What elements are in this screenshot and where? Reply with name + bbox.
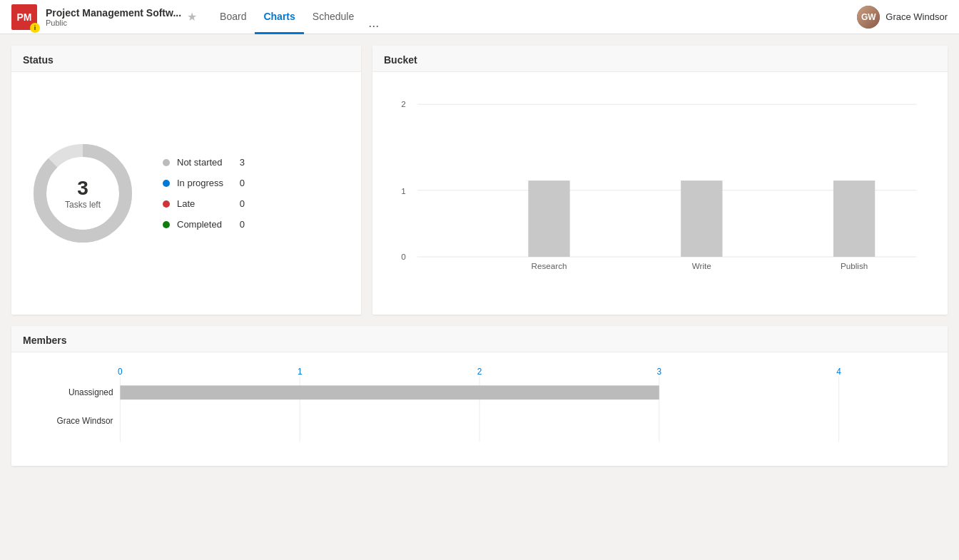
bucket-svg: 2 1 0 Research Write Publ [390,83,930,283]
in-progress-label: In progress [177,178,223,188]
status-content: 3 Tasks left Not started 3 In progress 0 [11,72,361,315]
svg-text:2: 2 [477,367,482,377]
svg-text:3: 3 [657,367,662,377]
svg-text:0: 0 [401,252,406,261]
svg-text:0: 0 [118,367,123,377]
svg-text:Publish: Publish [841,262,868,271]
svg-text:2: 2 [401,99,405,108]
more-menu-icon[interactable]: ··· [362,19,385,34]
tasks-left-label: Tasks left [65,200,101,210]
not-started-label: Not started [177,157,223,168]
avatar-image: GW [857,6,880,29]
legend-item-late: Late 0 [163,198,245,209]
username: Grace Windsor [886,11,948,22]
late-label: Late [177,198,223,209]
status-legend: Not started 3 In progress 0 Late 0 [163,157,245,230]
star-icon[interactable]: ★ [187,10,197,24]
logo-text: PM [17,11,32,23]
not-started-dot [163,159,170,166]
svg-text:Grace Windsor: Grace Windsor [57,416,113,426]
user-profile: GW Grace Windsor [857,6,948,29]
project-visibility: Public [46,19,181,27]
members-svg: 0 1 2 3 4 Unassigned Grace Windsor [29,364,930,449]
bar-unassigned [120,385,659,399]
completed-label: Completed [177,219,223,230]
svg-text:Research: Research [532,262,567,271]
badge-text: i [34,24,36,31]
svg-text:4: 4 [836,367,841,377]
legend-item-in-progress: In progress 0 [163,178,245,188]
bar-write [681,180,722,257]
main-nav: Board Charts Schedule ··· [211,0,857,34]
svg-text:Write: Write [692,262,711,271]
donut-chart: 3 Tasks left [26,136,140,250]
logo-badge: i [30,23,40,33]
in-progress-dot [163,180,170,187]
status-title: Status [11,46,361,72]
project-logo: PM i [11,4,37,30]
legend-item-completed: Completed 0 [163,219,245,230]
late-count: 0 [230,198,245,209]
in-progress-count: 0 [230,178,245,188]
bucket-title: Bucket [372,46,948,72]
legend-item-not-started: Not started 3 [163,157,245,168]
nav-board[interactable]: Board [211,1,255,34]
svg-text:Unassigned: Unassigned [68,387,113,397]
charts-row: Status 3 Tasks left [11,46,948,315]
app-header: PM i Project Management Softw... Public … [0,0,959,34]
bar-research [528,180,569,257]
donut-center: 3 Tasks left [65,177,101,210]
late-dot [163,200,170,208]
svg-text:1: 1 [298,367,303,377]
members-card: Members 0 1 2 3 4 Unassigned [11,326,948,466]
not-started-count: 3 [230,157,245,168]
completed-dot [163,221,170,228]
tasks-left-number: 3 [65,177,101,200]
members-content: 0 1 2 3 4 Unassigned Grace Windsor [11,352,948,466]
nav-charts[interactable]: Charts [255,1,303,34]
bucket-content: 2 1 0 Research Write Publ [372,72,948,315]
project-info: Project Management Softw... Public [46,7,181,27]
completed-count: 0 [230,219,245,230]
main-content: Status 3 Tasks left [0,34,959,477]
nav-schedule[interactable]: Schedule [304,1,362,34]
bar-publish [833,180,875,257]
bucket-card: Bucket 2 1 0 Research [372,46,948,315]
avatar: GW [857,6,880,29]
status-card: Status 3 Tasks left [11,46,361,315]
members-title: Members [11,326,948,352]
svg-text:1: 1 [401,186,405,195]
project-name: Project Management Softw... [46,7,181,19]
